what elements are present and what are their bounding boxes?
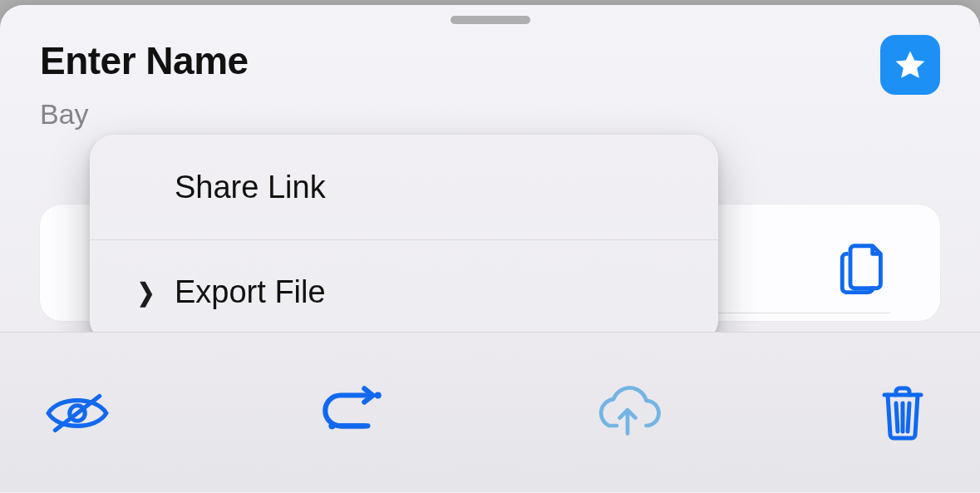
hide-button[interactable] — [40, 376, 115, 451]
bottom-sheet: Enter Name Bay Share Link — [0, 5, 980, 493]
share-link-item[interactable]: Share Link — [90, 135, 718, 239]
export-file-label: Export File — [175, 274, 326, 310]
svg-line-7 — [908, 403, 909, 431]
star-icon — [893, 47, 928, 82]
svg-line-5 — [896, 403, 898, 431]
delete-button[interactable] — [865, 376, 940, 451]
share-link-label: Share Link — [175, 170, 326, 205]
subtitle-text: Bay — [0, 95, 980, 131]
cloud-upload-icon — [590, 383, 665, 443]
name-input-placeholder[interactable]: Enter Name — [40, 38, 249, 83]
cloud-upload-button[interactable] — [590, 376, 665, 451]
copy-icon — [839, 238, 890, 294]
drag-handle[interactable] — [451, 16, 530, 24]
chevron-wrap: ❯ — [131, 278, 160, 307]
trash-icon — [877, 383, 928, 443]
chevron-right-icon: ❯ — [136, 278, 154, 307]
route-icon — [315, 383, 390, 443]
eye-slash-icon — [43, 388, 111, 438]
toolbar — [0, 332, 980, 493]
header: Enter Name — [0, 38, 980, 95]
favorite-button[interactable] — [880, 35, 940, 95]
route-button[interactable] — [315, 376, 390, 451]
export-file-item[interactable]: ❯ Export File — [90, 239, 718, 344]
share-popup: Share Link ❯ Export File — [90, 135, 718, 344]
svg-point-2 — [375, 392, 382, 398]
copy-button[interactable] — [839, 238, 890, 294]
svg-point-3 — [328, 422, 335, 429]
